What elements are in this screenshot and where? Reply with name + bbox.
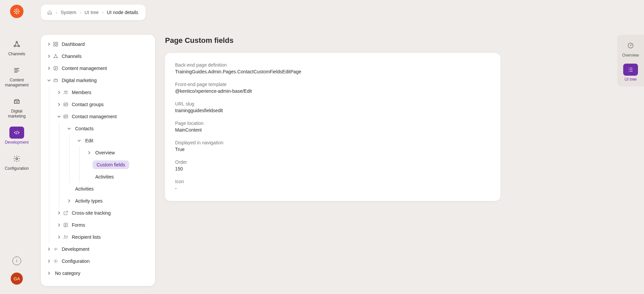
members-icon — [62, 89, 69, 96]
help-button[interactable] — [12, 256, 21, 265]
breadcrumb-ui-tree[interactable]: UI tree — [85, 10, 99, 15]
tree-node-development[interactable]: Development — [41, 243, 155, 255]
svg-rect-14 — [54, 42, 55, 44]
tree-node-edit[interactable]: Edit — [41, 135, 155, 147]
digital-marketing-icon — [13, 98, 20, 105]
field-value: 150 — [175, 166, 490, 171]
expand-toggle[interactable] — [56, 101, 62, 108]
tree-node-activities[interactable]: Activities — [41, 183, 155, 195]
svg-point-0 — [16, 11, 17, 12]
info-icon — [14, 259, 19, 263]
breadcrumb-separator: › — [102, 10, 104, 15]
chevron-down-icon — [67, 127, 71, 131]
nav-development-label: Development — [5, 140, 29, 145]
expand-toggle[interactable] — [46, 41, 52, 48]
tree-node-label: Development — [62, 246, 90, 252]
tree-node-label: Dashboard — [62, 42, 85, 47]
field-value: TrainingGuides.Admin.Pages.ContactCustom… — [175, 69, 490, 74]
tree-node-channels[interactable]: Channels — [41, 50, 155, 62]
field-displayed-in-navigation: Displayed in navigation True — [175, 140, 490, 152]
content-management-icon — [13, 67, 20, 74]
field-url-slug: URL slug trainingguidesfieldsedit — [175, 101, 490, 113]
collapse-toggle[interactable] — [76, 137, 83, 144]
tree-node-contacts[interactable]: Contacts — [41, 123, 155, 135]
expand-toggle[interactable] — [46, 270, 52, 277]
tree-node-no-category[interactable]: No category — [41, 267, 155, 279]
digital-marketing-icon — [52, 77, 59, 84]
svg-point-11 — [18, 45, 19, 47]
field-label: Front-end page template — [175, 82, 490, 87]
expand-toggle[interactable] — [56, 210, 62, 216]
expand-toggle[interactable] — [56, 222, 62, 228]
expand-toggle[interactable] — [46, 258, 52, 265]
field-value: trainingguidesfieldsedit — [175, 108, 490, 113]
gauge-icon — [627, 42, 634, 49]
field-label: Page location — [175, 121, 490, 126]
collapse-toggle[interactable] — [66, 125, 72, 132]
tree-node-digital-marketing[interactable]: Digital marketing — [41, 74, 155, 86]
nav-digital-marketing-label: Digital marketing — [3, 109, 30, 119]
tree-node-contact-management[interactable]: Contact management — [41, 111, 155, 123]
svg-line-5 — [15, 9, 16, 10]
svg-point-27 — [65, 116, 66, 117]
field-label: Order — [175, 159, 490, 165]
tree-node-forms[interactable]: Forms — [41, 219, 155, 231]
expand-toggle[interactable] — [46, 53, 52, 60]
tree-node-contact-groups[interactable]: Contact groups — [41, 98, 155, 111]
tree-node-label: Activities — [95, 174, 114, 179]
right-nav-overview[interactable]: Overview — [619, 40, 642, 58]
expand-toggle[interactable] — [46, 246, 52, 252]
external-link-icon — [62, 210, 69, 216]
tree-node-label: Channels — [62, 54, 82, 59]
tree-node-members[interactable]: Members — [41, 86, 155, 98]
field-value: - — [175, 186, 490, 191]
tree-node-custom-fields[interactable]: Custom fields — [41, 159, 155, 171]
user-avatar[interactable]: GA — [11, 273, 23, 285]
expand-toggle[interactable] — [86, 149, 93, 156]
chevron-right-icon — [57, 223, 61, 227]
expand-toggle[interactable] — [56, 234, 62, 240]
nav-channels[interactable]: Channels — [3, 35, 30, 61]
svg-point-25 — [65, 104, 66, 105]
tree-node-recipient-lists[interactable]: Recipient lists — [41, 231, 155, 243]
svg-rect-15 — [56, 42, 58, 44]
tree-node-overview[interactable]: Overview — [41, 147, 155, 159]
recipient-lists-icon — [62, 234, 69, 240]
field-order: Order 150 — [175, 159, 490, 171]
svg-point-13 — [17, 260, 17, 260]
field-value: @kentico/xperience-admin-base/Edit — [175, 88, 490, 94]
collapse-toggle[interactable] — [46, 77, 52, 84]
expand-toggle[interactable] — [56, 89, 62, 96]
gear-icon — [52, 258, 59, 265]
collapse-toggle[interactable] — [56, 113, 62, 120]
breadcrumb-system[interactable]: System — [61, 10, 76, 15]
tree-node-dashboard[interactable]: Dashboard — [41, 38, 155, 50]
tree-node-configuration[interactable]: Configuration — [41, 255, 155, 267]
right-nav-ui-tree[interactable]: UI tree — [619, 64, 642, 82]
brand-logo[interactable] — [10, 5, 23, 18]
tree-node-cross-site-tracking[interactable]: Cross-site tracking — [41, 207, 155, 219]
tree-node-label: Contact management — [72, 114, 117, 119]
expand-toggle[interactable] — [46, 65, 52, 72]
svg-line-6 — [18, 12, 19, 13]
nav-content-management[interactable]: Content management — [3, 61, 30, 92]
chevron-right-icon — [47, 271, 51, 275]
gear-icon — [13, 155, 20, 162]
nav-configuration[interactable]: Configuration — [3, 149, 30, 175]
tree-node-activity-types[interactable]: Activity types — [41, 195, 155, 207]
field-label: URL slug — [175, 101, 490, 106]
chevron-right-icon — [47, 247, 51, 251]
nav-development[interactable]: Development — [3, 123, 30, 149]
chevron-right-icon — [57, 90, 61, 94]
forms-icon — [62, 222, 69, 228]
chevron-right-icon — [57, 102, 61, 106]
nav-digital-marketing[interactable]: Digital marketing — [3, 92, 30, 123]
breadcrumb: › System › UI tree › UI node details — [41, 5, 146, 20]
chevron-right-icon — [47, 54, 51, 58]
expand-toggle[interactable] — [66, 198, 72, 204]
svg-point-19 — [54, 57, 55, 58]
home-icon[interactable] — [47, 10, 52, 15]
detail-card: Back-end page definition TrainingGuides.… — [165, 53, 500, 201]
tree-node-activities-child[interactable]: Activities — [41, 171, 155, 183]
tree-node-content-management[interactable]: Content management — [41, 62, 155, 74]
